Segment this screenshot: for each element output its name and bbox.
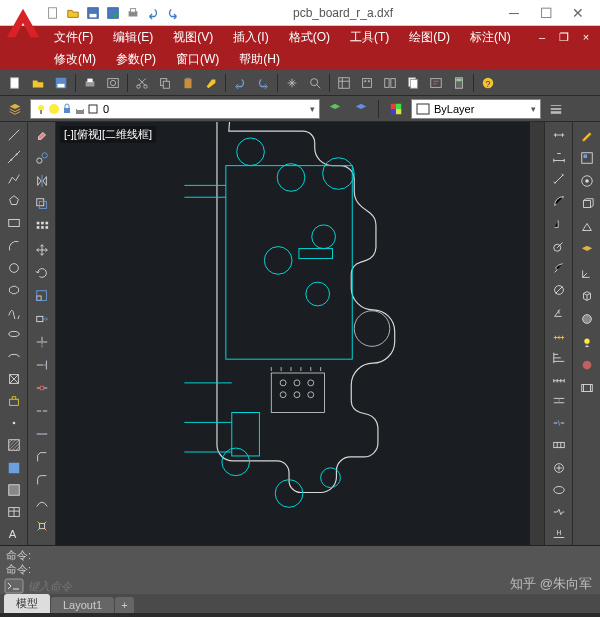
redo-icon[interactable] [252,72,274,94]
minimize-button[interactable]: ─ [504,3,524,23]
calc-icon[interactable] [448,72,470,94]
qat-saveas-icon[interactable] [104,4,122,22]
layer-dropdown[interactable]: 0 ▾ [30,99,320,119]
close-button[interactable]: ✕ [568,3,588,23]
nav-icon[interactable] [575,170,599,192]
pencil-icon[interactable] [575,124,599,146]
menu-window[interactable]: 窗口(W) [166,48,229,70]
dimdia-icon[interactable] [547,279,571,300]
drawing-canvas[interactable]: [-][俯视][二维线框] [56,122,530,545]
match-icon[interactable] [200,72,222,94]
array-icon[interactable] [30,216,54,238]
arc-icon[interactable] [2,235,26,256]
qat-new-icon[interactable] [44,4,62,22]
menu-modify[interactable]: 修改(M) [44,48,106,70]
ellipse-arc-icon[interactable] [2,346,26,367]
dimjogline-icon[interactable] [547,501,571,522]
menu-edit[interactable]: 编辑(E) [103,26,163,48]
open-icon[interactable] [27,72,49,94]
menu-tools[interactable]: 工具(T) [340,26,399,48]
hatch-icon[interactable] [2,435,26,456]
circle-icon[interactable] [2,257,26,278]
vertical-scrollbar[interactable] [530,122,544,545]
layer2-icon[interactable] [575,239,599,261]
fillet-icon[interactable] [30,469,54,491]
join-icon[interactable] [30,423,54,445]
break2-icon[interactable] [30,400,54,422]
polygon-icon[interactable] [2,191,26,212]
ucs-icon[interactable] [575,262,599,284]
zoom-icon[interactable] [304,72,326,94]
revcloud-icon[interactable] [2,279,26,300]
film-icon[interactable] [575,377,599,399]
scale-icon[interactable] [30,285,54,307]
mdi-close-icon[interactable]: × [578,29,594,45]
lineweight-icon[interactable] [545,98,567,120]
diminspect-icon[interactable] [547,479,571,500]
mdi-restore-icon[interactable]: ❐ [556,29,572,45]
light-icon[interactable] [575,331,599,353]
insert-icon[interactable] [2,368,26,389]
preview-icon[interactable] [102,72,124,94]
qat-undo-icon[interactable] [144,4,162,22]
block-icon[interactable] [2,390,26,411]
vs-icon[interactable] [575,216,599,238]
markup-icon[interactable] [425,72,447,94]
table-icon[interactable] [2,501,26,522]
line-icon[interactable] [2,124,26,145]
copy-icon[interactable] [154,72,176,94]
material-icon[interactable] [575,354,599,376]
qat-redo-icon[interactable] [164,4,182,22]
view-icon[interactable] [575,193,599,215]
render-icon[interactable] [575,308,599,330]
dimlinear-icon[interactable] [547,146,571,167]
ws-icon[interactable] [575,147,599,169]
mdi-minimize-icon[interactable]: – [534,29,550,45]
trim-icon[interactable] [30,331,54,353]
pan-icon[interactable] [281,72,303,94]
layer-props-icon[interactable] [4,98,26,120]
dimjog-icon[interactable] [547,257,571,278]
chamfer-icon[interactable] [30,446,54,468]
menu-draw[interactable]: 绘图(D) [399,26,460,48]
paste-icon[interactable] [177,72,199,94]
layer-prev-icon[interactable] [350,98,372,120]
ellipse-icon[interactable] [2,324,26,345]
menu-view[interactable]: 视图(V) [163,26,223,48]
gradient-icon[interactable] [2,457,26,478]
menu-dim[interactable]: 标注(N) [460,26,521,48]
linetype-dropdown[interactable]: ByLayer ▾ [411,99,541,119]
menu-param[interactable]: 参数(P) [106,48,166,70]
dimedit-icon[interactable]: H [547,524,571,545]
menu-file[interactable]: 文件(F) [44,26,103,48]
qat-print-icon[interactable] [124,4,142,22]
centermark-icon[interactable] [547,457,571,478]
new-icon[interactable] [4,72,26,94]
point-icon[interactable] [2,413,26,434]
erase-icon[interactable] [30,124,54,146]
region-icon[interactable] [2,479,26,500]
app-logo[interactable] [4,4,42,42]
dimbase-icon[interactable] [547,346,571,367]
offset-icon[interactable] [30,193,54,215]
props-icon[interactable] [333,72,355,94]
blend-icon[interactable] [30,492,54,514]
tab-layout1[interactable]: Layout1 [51,597,114,613]
dimrad-icon[interactable] [547,235,571,256]
tolerance-icon[interactable] [547,435,571,456]
copy2-icon[interactable] [30,147,54,169]
qat-open-icon[interactable] [64,4,82,22]
dcenter-icon[interactable] [356,72,378,94]
layer-match-icon[interactable] [324,98,346,120]
help-icon[interactable]: ? [477,72,499,94]
3d-icon[interactable] [575,285,599,307]
dimaligned-icon[interactable] [547,168,571,189]
dimord-icon[interactable] [547,213,571,234]
dimbreak-icon[interactable] [547,413,571,434]
dimarc-icon[interactable] [547,191,571,212]
rotate-icon[interactable] [30,262,54,284]
menu-help[interactable]: 帮助(H) [229,48,290,70]
qdim-icon[interactable] [547,324,571,345]
dimcont-icon[interactable] [547,368,571,389]
xline-icon[interactable] [2,146,26,167]
